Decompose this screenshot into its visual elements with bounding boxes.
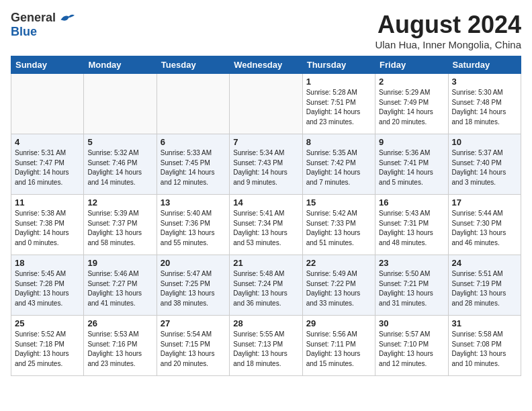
calendar-day-cell: 2 Sunrise: 5:29 AMSunset: 7:49 PMDayligh… (375, 74, 448, 134)
calendar-day-cell: 4 Sunrise: 5:31 AMSunset: 7:47 PMDayligh… (11, 134, 84, 195)
calendar-day-cell: 1 Sunrise: 5:28 AMSunset: 7:51 PMDayligh… (302, 74, 375, 134)
day-info: Sunrise: 5:46 AMSunset: 7:27 PMDaylight:… (87, 270, 142, 307)
calendar-header-row: SundayMondayTuesdayWednesdayThursdayFrid… (11, 56, 521, 74)
day-number: 24 (452, 258, 517, 268)
day-number: 26 (87, 318, 152, 328)
day-info: Sunrise: 5:53 AMSunset: 7:16 PMDaylight:… (87, 330, 142, 367)
location: Ulan Hua, Inner Mongolia, China (375, 39, 521, 50)
calendar-day-header: Friday (375, 56, 448, 74)
calendar-day-cell: 13 Sunrise: 5:40 AMSunset: 7:36 PMDaylig… (157, 195, 229, 255)
day-number: 10 (452, 137, 517, 147)
calendar-day-cell: 14 Sunrise: 5:41 AMSunset: 7:34 PMDaylig… (230, 195, 302, 255)
day-number: 18 (15, 258, 80, 268)
day-number: 15 (306, 197, 371, 208)
calendar-day-header: Sunday (11, 56, 84, 74)
day-info: Sunrise: 5:29 AMSunset: 7:49 PMDaylight:… (379, 89, 433, 126)
day-info: Sunrise: 5:30 AMSunset: 7:48 PMDaylight:… (452, 89, 506, 126)
calendar-day-cell: 26 Sunrise: 5:53 AMSunset: 7:16 PMDaylig… (84, 316, 157, 376)
calendar-day-header: Monday (84, 56, 157, 74)
day-number: 27 (161, 318, 226, 328)
day-info: Sunrise: 5:39 AMSunset: 7:37 PMDaylight:… (87, 210, 142, 246)
calendar-day-cell: 24 Sunrise: 5:51 AMSunset: 7:19 PMDaylig… (448, 255, 521, 316)
calendar-day-cell: 19 Sunrise: 5:46 AMSunset: 7:27 PMDaylig… (84, 255, 157, 316)
calendar-day-cell: 11 Sunrise: 5:38 AMSunset: 7:38 PMDaylig… (11, 195, 84, 255)
calendar-day-cell: 12 Sunrise: 5:39 AMSunset: 7:37 PMDaylig… (84, 195, 157, 255)
day-number: 4 (15, 137, 80, 147)
calendar-day-cell: 27 Sunrise: 5:54 AMSunset: 7:15 PMDaylig… (157, 316, 229, 376)
day-number: 8 (306, 137, 371, 147)
day-number: 20 (161, 258, 226, 268)
calendar-day-cell: 23 Sunrise: 5:50 AMSunset: 7:21 PMDaylig… (375, 255, 448, 316)
calendar-day-cell: 31 Sunrise: 5:58 AMSunset: 7:08 PMDaylig… (448, 316, 521, 376)
day-number: 9 (379, 137, 444, 147)
calendar-day-cell: 21 Sunrise: 5:48 AMSunset: 7:24 PMDaylig… (230, 255, 302, 316)
day-info: Sunrise: 5:58 AMSunset: 7:08 PMDaylight:… (452, 330, 506, 367)
title-area: August 2024 Ulan Hua, Inner Mongolia, Ch… (375, 11, 521, 50)
day-info: Sunrise: 5:28 AMSunset: 7:51 PMDaylight:… (306, 89, 361, 126)
calendar-day-cell: 6 Sunrise: 5:33 AMSunset: 7:45 PMDayligh… (157, 134, 229, 195)
day-info: Sunrise: 5:37 AMSunset: 7:40 PMDaylight:… (452, 149, 506, 186)
day-number: 6 (161, 137, 226, 147)
day-info: Sunrise: 5:38 AMSunset: 7:38 PMDaylight:… (15, 210, 69, 246)
day-number: 25 (15, 318, 80, 328)
day-info: Sunrise: 5:55 AMSunset: 7:13 PMDaylight:… (233, 330, 287, 367)
page-header: General Blue August 2024 Ulan Hua, Inner… (11, 11, 521, 50)
day-number: 3 (452, 77, 517, 87)
day-number: 30 (379, 318, 444, 328)
calendar-day-cell (84, 74, 157, 134)
day-number: 17 (452, 197, 517, 208)
calendar-day-cell (11, 74, 84, 134)
day-number: 7 (233, 137, 298, 147)
calendar-day-cell: 29 Sunrise: 5:56 AMSunset: 7:11 PMDaylig… (302, 316, 375, 376)
day-number: 28 (233, 318, 298, 328)
day-info: Sunrise: 5:50 AMSunset: 7:21 PMDaylight:… (379, 270, 433, 307)
day-number: 31 (452, 318, 517, 328)
day-number: 1 (306, 77, 371, 87)
day-info: Sunrise: 5:31 AMSunset: 7:47 PMDaylight:… (15, 149, 69, 186)
calendar-day-cell: 15 Sunrise: 5:42 AMSunset: 7:33 PMDaylig… (302, 195, 375, 255)
calendar-day-cell: 18 Sunrise: 5:45 AMSunset: 7:28 PMDaylig… (11, 255, 84, 316)
calendar-day-cell: 16 Sunrise: 5:43 AMSunset: 7:31 PMDaylig… (375, 195, 448, 255)
day-number: 13 (161, 197, 226, 208)
day-number: 14 (233, 197, 298, 208)
day-info: Sunrise: 5:51 AMSunset: 7:19 PMDaylight:… (452, 270, 506, 307)
calendar-day-cell: 25 Sunrise: 5:52 AMSunset: 7:18 PMDaylig… (11, 316, 84, 376)
calendar-day-cell: 7 Sunrise: 5:34 AMSunset: 7:43 PMDayligh… (230, 134, 302, 195)
calendar-week-row: 1 Sunrise: 5:28 AMSunset: 7:51 PMDayligh… (11, 74, 521, 134)
logo: General Blue (11, 11, 75, 39)
calendar-day-cell: 22 Sunrise: 5:49 AMSunset: 7:22 PMDaylig… (302, 255, 375, 316)
calendar-day-cell: 9 Sunrise: 5:36 AMSunset: 7:41 PMDayligh… (375, 134, 448, 195)
day-info: Sunrise: 5:47 AMSunset: 7:25 PMDaylight:… (161, 270, 215, 307)
day-info: Sunrise: 5:48 AMSunset: 7:24 PMDaylight:… (233, 270, 287, 307)
month-title: August 2024 (375, 11, 521, 39)
calendar-week-row: 18 Sunrise: 5:45 AMSunset: 7:28 PMDaylig… (11, 255, 521, 316)
calendar-day-cell: 28 Sunrise: 5:55 AMSunset: 7:13 PMDaylig… (230, 316, 302, 376)
day-info: Sunrise: 5:42 AMSunset: 7:33 PMDaylight:… (306, 210, 361, 246)
calendar-day-cell: 3 Sunrise: 5:30 AMSunset: 7:48 PMDayligh… (448, 74, 521, 134)
calendar-day-cell: 8 Sunrise: 5:35 AMSunset: 7:42 PMDayligh… (302, 134, 375, 195)
day-info: Sunrise: 5:35 AMSunset: 7:42 PMDaylight:… (306, 149, 361, 186)
day-info: Sunrise: 5:57 AMSunset: 7:10 PMDaylight:… (379, 330, 433, 367)
calendar-day-cell: 17 Sunrise: 5:44 AMSunset: 7:30 PMDaylig… (448, 195, 521, 255)
day-number: 29 (306, 318, 371, 328)
calendar-day-header: Saturday (448, 56, 521, 74)
day-info: Sunrise: 5:34 AMSunset: 7:43 PMDaylight:… (233, 149, 287, 186)
day-number: 5 (87, 137, 152, 147)
day-info: Sunrise: 5:36 AMSunset: 7:41 PMDaylight:… (379, 149, 433, 186)
day-info: Sunrise: 5:54 AMSunset: 7:15 PMDaylight:… (161, 330, 215, 367)
calendar-day-cell: 5 Sunrise: 5:32 AMSunset: 7:46 PMDayligh… (84, 134, 157, 195)
day-info: Sunrise: 5:41 AMSunset: 7:34 PMDaylight:… (233, 210, 287, 246)
calendar-day-cell: 10 Sunrise: 5:37 AMSunset: 7:40 PMDaylig… (448, 134, 521, 195)
calendar-week-row: 4 Sunrise: 5:31 AMSunset: 7:47 PMDayligh… (11, 134, 521, 195)
logo-blue-text: Blue (11, 25, 37, 38)
logo-general-text: General (11, 11, 56, 25)
calendar-day-header: Thursday (302, 56, 375, 74)
day-info: Sunrise: 5:44 AMSunset: 7:30 PMDaylight:… (452, 210, 506, 246)
calendar-day-cell (230, 74, 302, 134)
logo-bird-icon (58, 11, 75, 25)
day-number: 16 (379, 197, 444, 208)
day-number: 21 (233, 258, 298, 268)
day-info: Sunrise: 5:49 AMSunset: 7:22 PMDaylight:… (306, 270, 361, 307)
calendar-week-row: 11 Sunrise: 5:38 AMSunset: 7:38 PMDaylig… (11, 195, 521, 255)
day-number: 19 (87, 258, 152, 268)
